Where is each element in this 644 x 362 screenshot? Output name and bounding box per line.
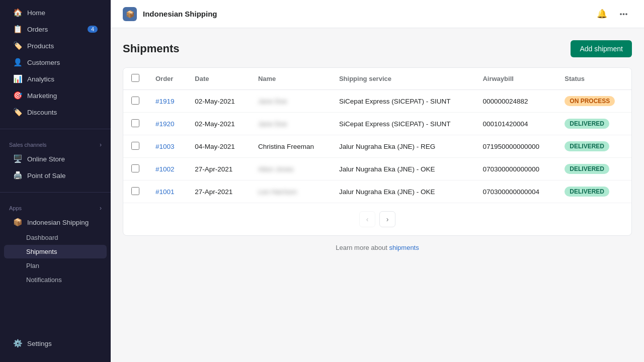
sales-channels-expand-icon[interactable]: › <box>100 141 102 148</box>
prev-page-button[interactable]: ‹ <box>359 211 375 227</box>
table-row: #1002 27-Apr-2021 Alton Jones Jalur Nugr… <box>123 158 631 180</box>
row-name-text-3: Alton Jones <box>258 165 294 173</box>
sidebar-item-marketing[interactable]: 🎯 Marketing <box>4 87 107 104</box>
row-checkbox-4[interactable] <box>131 187 139 195</box>
learn-more-footer: Learn more about shipments <box>123 244 632 251</box>
order-link-3[interactable]: #1002 <box>155 165 175 173</box>
row-name-1: Jane Doe <box>250 113 331 135</box>
sidebar-item-point-of-sale[interactable]: 🖨️ Point of Sale <box>4 167 107 184</box>
discounts-icon: 🏷️ <box>13 108 22 117</box>
row-airwaybill-0: 000000024882 <box>474 90 556 113</box>
topbar: 📦 Indonesian Shipping 🔔 ••• <box>111 0 644 28</box>
sidebar-apps-section: Apps › 📦 Indonesian Shipping DashboardSh… <box>0 197 111 291</box>
row-airwaybill-3: 070300000000000 <box>474 158 556 180</box>
add-shipment-button[interactable]: Add shipment <box>571 40 632 57</box>
status-badge-0: ON PROCESS <box>565 96 615 106</box>
col-date: Date <box>187 68 250 90</box>
order-link-1[interactable]: #1920 <box>155 120 175 128</box>
sidebar-item-label-online-store: Online Store <box>27 155 65 163</box>
row-name-2: Christina Freeman <box>250 135 331 158</box>
sidebar-item-label-indonesian-shipping: Indonesian Shipping <box>27 219 89 226</box>
col-order: Order <box>147 68 187 90</box>
row-order-1: #1920 <box>147 113 187 135</box>
sidebar-item-analytics[interactable]: 📊 Analytics <box>4 71 107 87</box>
sidebar-item-products[interactable]: 🏷️ Products <box>4 38 107 54</box>
col-status: Status <box>556 68 631 90</box>
row-name-text-2: Christina Freeman <box>258 143 314 150</box>
settings-section: ⚙️ Settings <box>0 330 111 362</box>
customers-icon: 👤 <box>13 58 22 67</box>
sidebar-sub-item-shipments[interactable]: Shipments <box>4 245 107 258</box>
sidebar-sub-item-notifications[interactable]: Notifications <box>4 273 107 287</box>
sidebar-item-settings[interactable]: ⚙️ Settings <box>4 335 107 351</box>
sidebar-item-label-home: Home <box>27 9 45 17</box>
page-title: Shipments <box>123 42 179 55</box>
row-date-4: 27-Apr-2021 <box>187 180 250 203</box>
page-header: Shipments Add shipment <box>123 40 632 57</box>
sidebar-item-label-marketing: Marketing <box>27 92 57 100</box>
products-icon: 🏷️ <box>13 41 22 50</box>
status-badge-4: DELIVERED <box>565 187 609 197</box>
row-checkbox-cell-4 <box>123 180 147 203</box>
shipments-link[interactable]: shipments <box>389 244 419 251</box>
shipments-table-card: Order Date Name Shipping service Airwayb… <box>123 67 632 236</box>
sidebar-sub-item-plan[interactable]: Plan <box>4 259 107 273</box>
more-options-button[interactable]: ••• <box>616 6 632 22</box>
row-order-3: #1002 <box>147 158 187 180</box>
next-page-button[interactable]: › <box>379 211 395 227</box>
row-status-1: DELIVERED <box>556 113 631 135</box>
row-status-2: DELIVERED <box>556 135 631 158</box>
order-link-0[interactable]: #1919 <box>155 98 175 105</box>
row-checkbox-3[interactable] <box>131 164 139 172</box>
row-date-3: 27-Apr-2021 <box>187 158 250 180</box>
sidebar-item-online-store[interactable]: 🖥️ Online Store <box>4 151 107 167</box>
home-icon: 🏠 <box>13 8 22 17</box>
table-row: #1001 27-Apr-2021 Leo Harrison Jalur Nug… <box>123 180 631 203</box>
row-name-4: Leo Harrison <box>250 180 331 203</box>
row-checkbox-cell-1 <box>123 113 147 135</box>
col-airwaybill: Airwaybill <box>474 68 556 90</box>
analytics-icon: 📊 <box>13 74 22 83</box>
row-name-text-4: Leo Harrison <box>258 188 297 196</box>
row-status-0: ON PROCESS <box>556 90 631 113</box>
row-shipping-3: Jalur Nugraha Eka (JNE) - OKE <box>331 158 475 180</box>
page-content: Shipments Add shipment Order Date Name S… <box>111 28 644 362</box>
sidebar-item-home[interactable]: 🏠 Home <box>4 5 107 21</box>
sidebar-divider-2 <box>0 192 111 193</box>
order-link-4[interactable]: #1001 <box>155 188 175 196</box>
table-row: #1003 04-May-2021 Christina Freeman Jalu… <box>123 135 631 158</box>
indonesian-shipping-icon: 📦 <box>13 218 22 227</box>
main-content: 📦 Indonesian Shipping 🔔 ••• Shipments Ad… <box>111 0 644 362</box>
shipments-table: Order Date Name Shipping service Airwayb… <box>123 68 631 203</box>
row-date-2: 04-May-2021 <box>187 135 250 158</box>
apps-label: Apps › <box>0 201 111 214</box>
row-checkbox-1[interactable] <box>131 119 139 127</box>
row-shipping-1: SiCepat Express (SICEPAT) - SIUNT <box>331 113 475 135</box>
col-name: Name <box>250 68 331 90</box>
sidebar-item-discounts[interactable]: 🏷️ Discounts <box>4 104 107 120</box>
sidebar-sub-item-dashboard[interactable]: Dashboard <box>4 231 107 244</box>
apps-expand-icon[interactable]: › <box>100 205 102 212</box>
row-date-0: 02-May-2021 <box>187 90 250 113</box>
row-checkbox-0[interactable] <box>131 97 139 105</box>
sidebar-divider-1 <box>0 129 111 129</box>
row-checkbox-2[interactable] <box>131 142 139 150</box>
order-link-2[interactable]: #1003 <box>155 143 175 150</box>
marketing-icon: 🎯 <box>13 91 22 100</box>
sidebar-item-customers[interactable]: 👤 Customers <box>4 54 107 70</box>
select-all-header <box>123 68 147 90</box>
table-body: #1919 02-May-2021 Jane Doe SiCepat Expre… <box>123 90 631 203</box>
notification-bell-button[interactable]: 🔔 <box>594 6 610 22</box>
sidebar-item-indonesian-shipping[interactable]: 📦 Indonesian Shipping <box>4 214 107 230</box>
status-badge-1: DELIVERED <box>565 119 609 129</box>
badge-orders: 4 <box>88 26 98 33</box>
table-row: #1920 02-May-2021 Jane Doe SiCepat Expre… <box>123 113 631 135</box>
sales-channels-label: Sales channels › <box>0 137 111 150</box>
row-name-0: Jane Doe <box>250 90 331 113</box>
status-badge-2: DELIVERED <box>565 141 609 151</box>
row-airwaybill-4: 070300000000004 <box>474 180 556 203</box>
select-all-checkbox[interactable] <box>131 74 139 82</box>
sidebar-item-orders[interactable]: 📋 Orders 4 <box>4 21 107 37</box>
row-checkbox-cell-2 <box>123 135 147 158</box>
row-shipping-4: Jalur Nugraha Eka (JNE) - OKE <box>331 180 475 203</box>
